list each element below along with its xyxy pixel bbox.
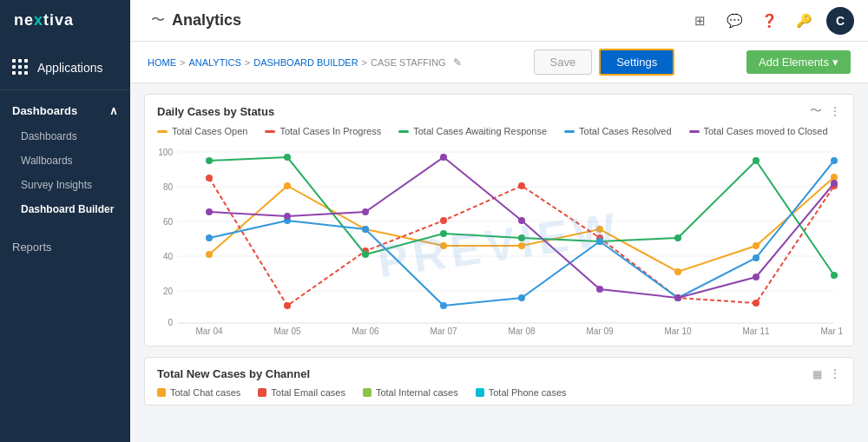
barchart-icon[interactable] [812, 366, 822, 380]
svg-point-41 [362, 251, 369, 258]
legend-resolved: Total Cases Resolved [564, 126, 671, 136]
svg-point-50 [362, 226, 369, 233]
chart-daily-cases: Daily Cases by Status Total Cases Open T… [144, 94, 854, 346]
svg-text:60: 60 [163, 217, 174, 227]
svg-text:Mar 05: Mar 05 [273, 327, 301, 334]
more-icon2[interactable] [829, 366, 841, 380]
sidebar: Applications Dashboards ∧ Dashboards Wal… [0, 42, 130, 442]
svg-text:100: 100 [158, 148, 173, 157]
legend-phone: Total Phone cases [476, 387, 567, 398]
chevron-icon: ∧ [109, 104, 118, 117]
logo: nextiva [0, 0, 130, 42]
settings-button[interactable]: Settings [599, 49, 674, 76]
svg-point-57 [206, 208, 213, 215]
svg-point-37 [753, 300, 760, 307]
svg-point-51 [440, 302, 447, 309]
legend-closed: Total Cases moved to Closed [689, 126, 828, 136]
svg-point-22 [284, 182, 291, 189]
svg-point-25 [518, 242, 525, 249]
dashboards-section-label: Dashboards [12, 104, 77, 117]
breadcrumb: HOME > ANALYTICS > DASHBOARD BUILDER > C… [148, 56, 462, 69]
svg-point-39 [206, 157, 213, 164]
svg-text:Mar 04: Mar 04 [195, 327, 223, 334]
sidebar-item-reports[interactable]: Reports [0, 232, 130, 262]
sidebar-item-dashboards[interactable]: Dashboards [0, 124, 130, 148]
svg-point-47 [831, 272, 838, 279]
legend-progress: Total Cases In Progress [265, 126, 381, 136]
legend-open: Total Cases Open [157, 126, 247, 136]
svg-text:Mar 09: Mar 09 [586, 327, 614, 334]
toolbar-buttons: Save Settings [534, 49, 675, 76]
svg-point-21 [206, 251, 213, 258]
svg-text:Mar 08: Mar 08 [508, 327, 536, 334]
applications-button[interactable]: Applications [0, 49, 130, 86]
chart1-header: Daily Cases by Status [145, 95, 853, 124]
help-icon[interactable]: ❓ [757, 9, 781, 33]
svg-text:Mar 11: Mar 11 [742, 327, 770, 334]
sidebar-item-wallboards[interactable]: Wallboards [0, 148, 130, 173]
svg-text:Mar 12: Mar 12 [820, 327, 843, 334]
svg-point-61 [518, 217, 525, 224]
svg-point-62 [596, 286, 603, 293]
chart2-title: Total New Cases by Channel [157, 367, 310, 380]
edit-icon[interactable] [450, 56, 462, 69]
svg-point-65 [831, 180, 838, 187]
chart1-svg: 100 80 60 40 20 0 [157, 143, 843, 334]
page-title: Analytics [172, 11, 241, 30]
svg-point-52 [518, 294, 525, 301]
add-elements-button[interactable]: Add Elements ▾ [746, 50, 851, 74]
chart1-legend: Total Cases Open Total Cases In Progress… [145, 124, 853, 143]
svg-point-53 [596, 238, 603, 245]
more-icon[interactable] [829, 104, 841, 118]
svg-point-30 [206, 175, 213, 181]
chart-new-cases: Total New Cases by Channel Total Chat ca… [144, 357, 854, 406]
svg-point-59 [362, 208, 369, 215]
legend-chat: Total Chat cases [157, 387, 240, 398]
grid-icon[interactable]: ⊞ [687, 9, 712, 33]
svg-point-55 [753, 254, 760, 261]
svg-point-34 [518, 182, 525, 189]
charts-area: Daily Cases by Status Total Cases Open T… [130, 83, 868, 442]
breadcrumb-analytics[interactable]: ANALYTICS [188, 57, 240, 68]
svg-text:20: 20 [163, 287, 174, 296]
chart1-svg-wrap: PREVIEW 100 80 60 40 20 0 [145, 143, 853, 346]
svg-point-58 [284, 213, 291, 220]
key-icon[interactable]: 🔑 [792, 9, 816, 33]
dashboards-section: Dashboards ∧ Dashboards Wallboards Surve… [0, 89, 130, 228]
svg-point-27 [674, 268, 681, 275]
svg-text:40: 40 [163, 252, 174, 261]
svg-text:80: 80 [163, 182, 174, 192]
svg-text:Mar 07: Mar 07 [430, 327, 457, 334]
svg-point-46 [753, 157, 760, 164]
svg-point-29 [831, 174, 838, 181]
apps-grid-icon [12, 59, 29, 76]
analytics-icon: 〜 [151, 11, 165, 30]
chat-icon[interactable]: 💬 [722, 9, 746, 33]
svg-point-40 [284, 154, 291, 161]
chevron-down-icon: ▾ [832, 56, 838, 69]
sidebar-item-survey-insights[interactable]: Survey Insights [0, 173, 130, 197]
sidebar-item-dashboard-builder[interactable]: Dashboard Builder [0, 197, 130, 221]
svg-point-28 [753, 242, 760, 249]
svg-point-63 [674, 294, 681, 301]
save-button[interactable]: Save [534, 49, 593, 75]
chart2-legend: Total Chat cases Total Email cases Total… [145, 386, 853, 405]
breadcrumb-current: CASE STAFFING [371, 57, 446, 68]
svg-point-64 [753, 274, 760, 280]
toolbar: HOME > ANALYTICS > DASHBOARD BUILDER > C… [130, 42, 868, 83]
svg-point-33 [440, 217, 447, 224]
breadcrumb-home[interactable]: HOME [148, 57, 176, 68]
svg-point-26 [596, 226, 603, 233]
svg-point-56 [831, 157, 838, 164]
dashboards-section-header[interactable]: Dashboards ∧ [0, 97, 130, 124]
breadcrumb-dashboard-builder[interactable]: DASHBOARD BUILDER [253, 57, 358, 68]
avatar[interactable]: C [826, 7, 854, 35]
trendline-icon[interactable] [810, 103, 822, 119]
svg-point-24 [440, 242, 447, 249]
svg-point-48 [206, 234, 213, 241]
svg-text:0: 0 [168, 318, 173, 327]
main-content: HOME > ANALYTICS > DASHBOARD BUILDER > C… [130, 42, 868, 442]
chart2-header: Total New Cases by Channel [145, 358, 853, 386]
svg-point-60 [440, 154, 447, 161]
legend-awaiting: Total Cases Awaiting Response [398, 126, 547, 136]
